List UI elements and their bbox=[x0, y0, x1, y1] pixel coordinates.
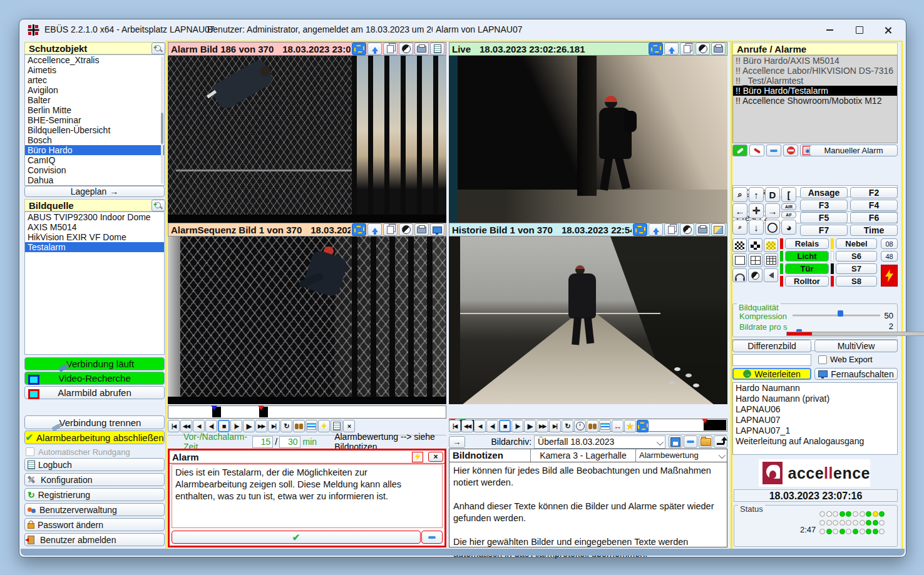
first-frame-button[interactable]: |◀ bbox=[168, 420, 180, 432]
copy-icon[interactable] bbox=[680, 43, 694, 55]
play-backward-button[interactable]: ◀ bbox=[193, 420, 205, 432]
fkey-time[interactable]: Time bbox=[850, 225, 898, 236]
alarmbild-abrufen-button[interactable]: Alarmbild abrufen bbox=[24, 386, 165, 399]
list-item[interactable]: Accellence_Xtralis bbox=[25, 55, 164, 65]
lasso-select-icon[interactable] bbox=[633, 223, 647, 236]
fkey-ansage[interactable]: Ansage bbox=[800, 187, 848, 198]
zoom-out-button[interactable]: ⌕ bbox=[732, 220, 747, 235]
bildarchiv-select[interactable]: Überfall 18.03.2023 bbox=[534, 435, 665, 449]
iris-close-button[interactable]: ◕ bbox=[781, 220, 796, 235]
fkey-f2[interactable]: F2 bbox=[850, 187, 898, 198]
list-item[interactable]: Balter bbox=[25, 95, 164, 105]
tilt-up-button[interactable]: ↑ bbox=[749, 187, 764, 202]
list-item[interactable]: artec bbox=[25, 75, 164, 85]
speaker-icon[interactable] bbox=[764, 268, 778, 282]
historie-video[interactable] bbox=[449, 237, 727, 404]
air-button[interactable]: AIR bbox=[781, 203, 796, 210]
document-icon[interactable] bbox=[430, 43, 444, 55]
bildquelle-list[interactable]: ABUS TVIP92300 Indoor Dome AXIS M5014 Hi… bbox=[24, 211, 165, 355]
fkey-f7[interactable]: F7 bbox=[800, 225, 848, 236]
call-item[interactable]: !! Accellence Labor/HIKVISION DS-7316 bbox=[733, 66, 897, 76]
archive-export-icon[interactable] bbox=[711, 223, 726, 236]
target-item[interactable]: Hardo Naumann bbox=[733, 383, 897, 394]
verbindung-laeuft-button[interactable]: Verbindung läuft bbox=[24, 357, 165, 370]
forward-target-field[interactable] bbox=[732, 354, 811, 366]
rundgang-checkbox[interactable] bbox=[26, 447, 34, 456]
save-archive-button[interactable] bbox=[669, 435, 682, 448]
block-call-icon[interactable] bbox=[783, 145, 798, 156]
benutzer-abmelden-button[interactable]: Benutzer abmelden bbox=[24, 533, 165, 546]
alarm-lightning-indicator[interactable] bbox=[881, 265, 898, 287]
target-item[interactable]: Weiterleitung auf Analogausgang bbox=[733, 436, 897, 447]
registrierung-button[interactable]: ↻Registrierung bbox=[24, 488, 165, 501]
iris-button[interactable]: D bbox=[765, 187, 780, 202]
print-icon[interactable] bbox=[711, 43, 726, 55]
maximize-button[interactable] bbox=[846, 22, 873, 38]
fast-forward-button[interactable]: ▶▶ bbox=[255, 420, 267, 432]
lageplan-button[interactable]: Lageplan → bbox=[24, 186, 165, 197]
relais-button[interactable]: Relais bbox=[785, 238, 829, 249]
list-item[interactable]: ABUS TVIP92300 Indoor Dome bbox=[25, 212, 164, 222]
fkey-f3[interactable]: F3 bbox=[800, 200, 848, 211]
layout-quad-button[interactable] bbox=[748, 253, 762, 267]
event-list-button[interactable] bbox=[318, 420, 330, 432]
remove-call-icon[interactable] bbox=[766, 145, 781, 156]
fast-rewind-button[interactable]: ◀◀ bbox=[461, 420, 473, 432]
list-item[interactable]: Bosch bbox=[25, 135, 164, 145]
pan-left-button[interactable]: ← bbox=[732, 203, 747, 218]
alarm-video[interactable] bbox=[168, 56, 446, 223]
start-marker[interactable] bbox=[211, 405, 217, 410]
voralarm-input[interactable]: 15 bbox=[252, 436, 273, 448]
tilt-down-button[interactable]: ↓ bbox=[749, 220, 764, 235]
bildnotizen-text[interactable]: Hier können für jedes Bild alle Beobacht… bbox=[449, 462, 727, 562]
export-up-icon[interactable] bbox=[367, 223, 382, 236]
compare-lines-button[interactable] bbox=[305, 420, 317, 432]
print-icon[interactable] bbox=[414, 223, 429, 236]
contrast-icon[interactable] bbox=[399, 43, 413, 55]
range-arrows-button[interactable]: ↔ bbox=[612, 420, 624, 432]
list-item[interactable]: AXIS M5014 bbox=[25, 222, 164, 232]
list-item[interactable]: BHE-Seminar bbox=[25, 115, 164, 125]
tuer-button[interactable]: Tür bbox=[785, 263, 829, 274]
fernaufschalten-button[interactable]: Fernaufschalten bbox=[814, 368, 898, 380]
add-schutzobjekt-button[interactable]: + bbox=[151, 43, 165, 54]
accept-call-icon[interactable] bbox=[732, 145, 747, 156]
kompression-slider[interactable] bbox=[793, 309, 880, 317]
loop-button[interactable]: ↻ bbox=[280, 420, 292, 432]
end-marker[interactable] bbox=[258, 405, 264, 410]
last-frame-button[interactable]: ▶| bbox=[549, 420, 561, 432]
play-button[interactable]: ▶ bbox=[524, 420, 536, 432]
list-item[interactable]: Convision bbox=[25, 165, 164, 175]
protocol-document-button[interactable] bbox=[331, 420, 342, 432]
s8-button[interactable]: S8 bbox=[836, 276, 877, 287]
remove-archive-button[interactable] bbox=[684, 435, 697, 448]
lasso-select-icon[interactable] bbox=[649, 43, 663, 55]
fkey-f4[interactable]: F4 bbox=[850, 200, 898, 211]
list-item-selected[interactable]: Büro Hardo bbox=[25, 145, 164, 155]
zoom-in-button[interactable]: ⌕ bbox=[732, 187, 747, 202]
fkey-f5[interactable]: F5 bbox=[800, 212, 848, 223]
sequenz-video[interactable] bbox=[168, 237, 446, 404]
last-frame-button[interactable]: ▶| bbox=[268, 420, 280, 432]
acknowledge-alarm-button[interactable]: ✔ bbox=[172, 531, 421, 544]
range-end-marker[interactable] bbox=[702, 419, 708, 424]
target-item[interactable]: LAPNAU06 bbox=[733, 404, 897, 415]
layout-single-button[interactable] bbox=[732, 253, 747, 267]
step-forward-button[interactable]: |▶ bbox=[230, 420, 242, 432]
pattern-fine-button[interactable] bbox=[732, 238, 747, 252]
export-up-icon[interactable] bbox=[664, 43, 679, 55]
list-item-selected[interactable]: Testalarm bbox=[25, 242, 164, 252]
rolltor-button[interactable]: Rolltor bbox=[785, 276, 829, 287]
loop-button[interactable]: ↻ bbox=[562, 420, 573, 432]
video-recherche-button[interactable]: Video-Recherche bbox=[24, 372, 165, 385]
lasso-select-icon[interactable] bbox=[352, 43, 366, 55]
list-item[interactable]: HikVision EXIR VF Dome bbox=[25, 232, 164, 242]
stop-button[interactable]: ■ bbox=[218, 420, 230, 432]
pan-center-button[interactable]: ✛ bbox=[749, 203, 764, 218]
verbindung-trennen-button[interactable]: Verbindung trennen bbox=[24, 415, 165, 429]
search-binoculars-button[interactable] bbox=[587, 420, 598, 432]
monitor-icon[interactable] bbox=[430, 223, 444, 236]
time-select-button[interactable] bbox=[574, 420, 586, 432]
step-forward-button[interactable]: |▶ bbox=[511, 420, 523, 432]
lasso-select-icon[interactable] bbox=[352, 223, 366, 236]
